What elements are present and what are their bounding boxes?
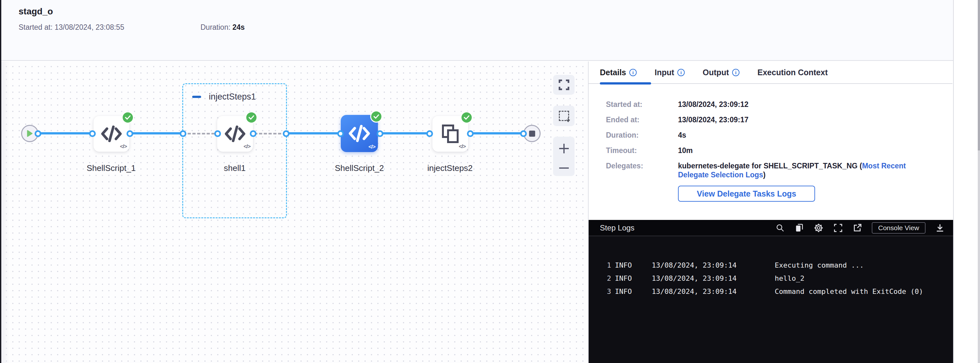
canvas-marquee-select-button[interactable] (553, 106, 574, 126)
code-icon (101, 125, 122, 143)
collapse-group-icon[interactable] (192, 96, 201, 98)
check-icon (464, 115, 469, 120)
left-nav-edge (0, 0, 1, 363)
view-delegate-tasks-logs-button[interactable]: View Delegate Tasks Logs (678, 185, 815, 202)
log-line: 1INFO13/08/2024, 23:09:14Executing comma… (589, 258, 953, 272)
edge-port[interactable] (283, 130, 290, 137)
edge-port[interactable] (467, 130, 474, 137)
download-icon[interactable] (935, 223, 945, 233)
marquee-arrow-icon (566, 117, 570, 123)
edge-port[interactable] (426, 130, 433, 137)
zoom-in-icon[interactable] (558, 143, 570, 154)
check-icon (125, 115, 130, 120)
console-view-toggle[interactable]: Console View (872, 222, 926, 234)
stop-icon (529, 131, 535, 137)
zoom-out-icon[interactable] (558, 166, 570, 170)
info-icon[interactable]: i (732, 69, 740, 76)
node-label: injectSteps2 (415, 163, 485, 173)
page-scrollbar[interactable] (978, 0, 980, 363)
stage-started-at: Started at: 13/08/2024, 23:08:55 (19, 23, 124, 32)
search-icon[interactable] (776, 224, 784, 232)
tab-output[interactable]: Output i (703, 68, 740, 77)
edge-port[interactable] (35, 130, 41, 137)
node-shellscript-2-selected[interactable]: </> (341, 115, 378, 152)
page-scrollbar-thumb[interactable] (978, 0, 980, 151)
success-badge (461, 111, 473, 124)
code-icon (224, 125, 246, 143)
step-type-icon: </> (243, 143, 250, 150)
pipeline-execution-screen: stagd_o Started at: 13/08/2024, 23:08:55… (0, 0, 980, 363)
edge-port[interactable] (89, 130, 96, 137)
console-toolbar: Console View (776, 222, 945, 234)
step-type-icon: </> (120, 143, 127, 150)
tab-details[interactable]: Details i (600, 68, 637, 77)
edge-port[interactable] (250, 130, 256, 137)
success-badge (370, 111, 382, 123)
step-group-label[interactable]: injectSteps1 (209, 92, 256, 102)
node-injectsteps2[interactable]: </> (432, 116, 468, 152)
node-shellscript-1[interactable]: </> (94, 116, 129, 152)
edge-port[interactable] (337, 130, 344, 137)
expand-icon[interactable] (833, 223, 843, 233)
edge-port[interactable] (127, 130, 133, 137)
console-header: Step Logs (589, 220, 953, 236)
delegates-value: kubernetes-delegate for SHELL_SCRIPT_TAS… (678, 161, 921, 179)
open-in-new-icon[interactable] (853, 223, 862, 233)
edge-port[interactable] (214, 130, 221, 137)
edge-port[interactable] (377, 130, 383, 137)
settings-icon[interactable] (813, 223, 824, 233)
node-shell1[interactable]: </> (217, 116, 253, 152)
console-title: Step Logs (600, 224, 635, 232)
stage-header: stagd_o Started at: 13/08/2024, 23:08:55… (1, 0, 954, 61)
step-logs-console: Step Logs (589, 220, 953, 363)
log-line: 2INFO13/08/2024, 23:09:14hello_2 (589, 272, 953, 285)
pipeline-canvas[interactable]: injectSteps1 </> ShellScript_1 (1, 62, 588, 363)
fullscreen-icon (558, 79, 570, 90)
info-icon[interactable]: i (629, 69, 637, 76)
info-icon[interactable]: i (677, 69, 685, 76)
log-output[interactable]: 1INFO13/08/2024, 23:09:14Executing comma… (589, 237, 953, 363)
detail-row-ended-at: Ended at: 13/08/2024, 23:09:17 (606, 115, 939, 124)
canvas-left-shade (1, 62, 10, 363)
edge-group-to-end (286, 132, 532, 135)
copy-icon[interactable] (794, 223, 804, 233)
success-badge (122, 111, 134, 124)
node-label: ShellScript_2 (324, 163, 395, 173)
tab-input[interactable]: Input i (655, 68, 685, 77)
step-details-panel: Details i Input i Output i Execution Con… (588, 62, 953, 363)
details-tab-bar: Details i Input i Output i Execution Con… (589, 62, 953, 84)
detail-row-delegates: Delegates: kubernetes-delegate for SHELL… (606, 161, 939, 179)
check-icon (248, 115, 254, 120)
right-gutter (953, 0, 980, 363)
stage-title: stagd_o (19, 6, 53, 17)
tab-execution-context[interactable]: Execution Context (757, 68, 827, 77)
details-content: Started at: 13/08/2024, 23:09:12 Ended a… (606, 100, 939, 202)
detail-row-started-at: Started at: 13/08/2024, 23:09:12 (606, 100, 939, 109)
edge-port[interactable] (520, 130, 527, 137)
step-type-icon: </> (459, 143, 466, 150)
detail-row-duration: Duration: 4s (606, 131, 939, 139)
check-icon (374, 114, 379, 119)
active-tab-underline (600, 82, 651, 84)
detail-row-timeout: Timeout: 10m (606, 146, 939, 155)
canvas-zoom-controls[interactable] (553, 137, 574, 176)
node-label: ShellScript_1 (76, 163, 146, 173)
play-icon (27, 130, 33, 137)
edge-port[interactable] (180, 130, 186, 137)
code-icon (348, 124, 370, 143)
step-group-icon (441, 124, 460, 144)
log-line: 3INFO13/08/2024, 23:09:14Command complet… (589, 285, 953, 298)
success-badge (245, 111, 258, 124)
stage-duration: Duration: 24s (200, 23, 245, 32)
marquee-select-icon (559, 111, 569, 121)
canvas-fullscreen-button[interactable] (553, 75, 574, 95)
step-type-icon: </> (368, 144, 375, 150)
step-group-header[interactable]: injectSteps1 (192, 92, 256, 102)
